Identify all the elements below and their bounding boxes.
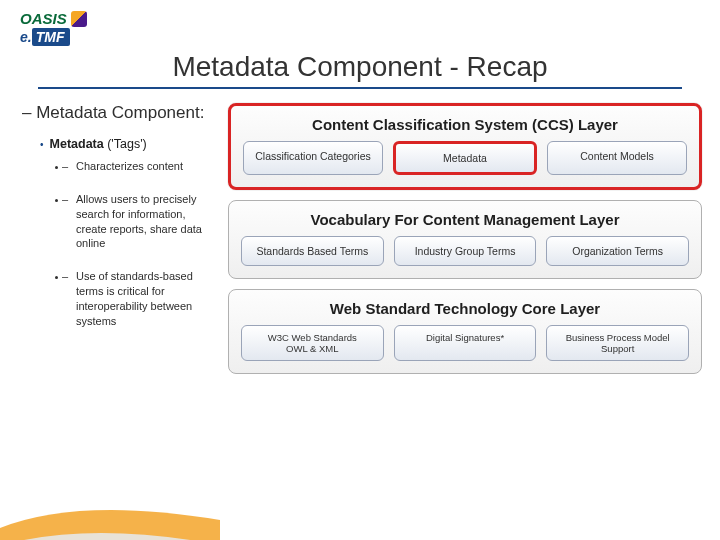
etmf-prefix: e.: [20, 29, 32, 45]
decorative-swoosh: [0, 460, 220, 540]
logo-group: OASIS e.TMF: [20, 10, 700, 45]
metadata-label-line: • Metadata ('Tags'): [18, 137, 218, 153]
section-title: – Metadata Component:: [18, 103, 218, 123]
bullet-dot-icon: •: [40, 137, 44, 153]
layer-row: Standards Based TermsIndustry Group Term…: [241, 236, 689, 266]
metadata-bold: Metadata: [50, 137, 104, 151]
oasis-text: OASIS: [20, 10, 67, 27]
layer-item: W3C Web Standards OWL & XML: [241, 325, 384, 361]
layer-item: Industry Group Terms: [394, 236, 537, 266]
layer-item: Metadata: [393, 141, 537, 175]
layer-item: Organization Terms: [546, 236, 689, 266]
layers-diagram: Content Classification System (CCS) Laye…: [228, 103, 702, 374]
layer-item: Content Models: [547, 141, 687, 175]
layer-title: Vocabulary For Content Management Layer: [241, 211, 689, 228]
layer-item: Classification Categories: [243, 141, 383, 175]
oasis-icon: [71, 11, 87, 27]
etmf-main: TMF: [32, 28, 71, 46]
sub-bullet: Allows users to precisely search for inf…: [68, 192, 213, 251]
left-column: – Metadata Component: • Metadata ('Tags'…: [18, 103, 218, 374]
layer-item: Business Process Model Support: [546, 325, 689, 361]
layer-box: Web Standard Technology Core LayerW3C We…: [228, 289, 702, 374]
sub-bullet: Characterizes content: [68, 159, 213, 174]
oasis-logo: OASIS: [20, 10, 700, 27]
etmf-logo: e.TMF: [20, 29, 700, 45]
page-title: Metadata Component - Recap: [20, 51, 700, 83]
metadata-label: Metadata ('Tags'): [50, 137, 147, 153]
layer-box: Content Classification System (CCS) Laye…: [228, 103, 702, 190]
layer-title: Content Classification System (CCS) Laye…: [243, 116, 687, 133]
layer-box: Vocabulary For Content Management LayerS…: [228, 200, 702, 279]
layer-row: W3C Web Standards OWL & XMLDigital Signa…: [241, 325, 689, 361]
layer-item: Standards Based Terms: [241, 236, 384, 266]
metadata-sublist: Characterizes content Allows users to pr…: [18, 159, 218, 329]
metadata-rest: ('Tags'): [104, 137, 147, 151]
layer-item: Digital Signatures*: [394, 325, 537, 361]
layer-row: Classification CategoriesMetadataContent…: [243, 141, 687, 175]
sub-bullet: Use of standards-based terms is critical…: [68, 269, 213, 328]
layer-title: Web Standard Technology Core Layer: [241, 300, 689, 317]
